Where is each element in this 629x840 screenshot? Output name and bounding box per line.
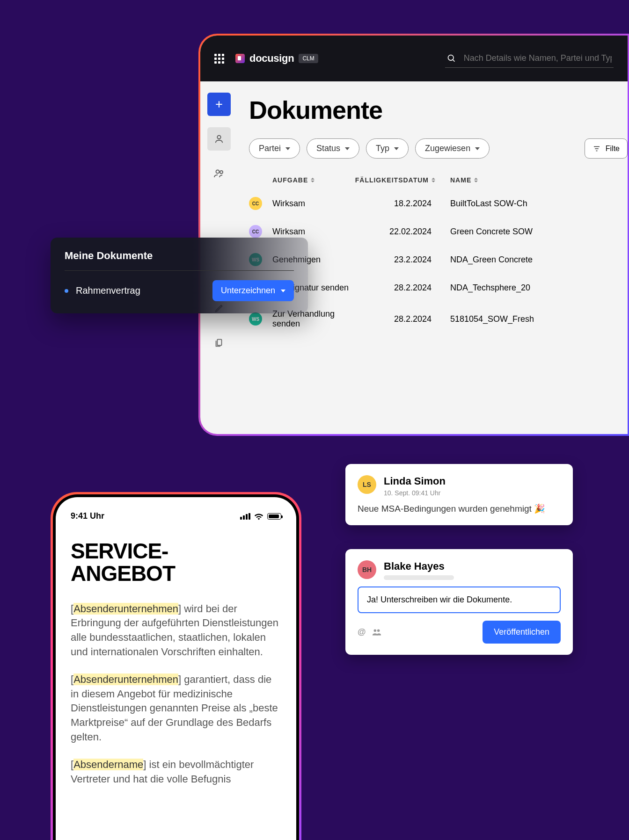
document-title: SERVICE-ANGEBOT	[71, 540, 281, 585]
people-icon[interactable]	[372, 627, 382, 637]
chevron-down-icon	[394, 147, 399, 150]
plus-icon	[214, 100, 224, 109]
field-highlight[interactable]: Absendername	[73, 759, 143, 770]
comment-body: Neue MSA-Bedingungen wurden genehmigt 🎉	[358, 503, 561, 514]
brand[interactable]: docusign CLM	[235, 52, 318, 65]
table-header: AUFGABE FÄLLIGKEITSDATUM NAME	[249, 171, 628, 189]
cell-name: Green Concrete SOW	[450, 227, 628, 237]
row-avatar: WS	[249, 312, 262, 326]
rail-docs[interactable]	[207, 331, 231, 355]
col-aufgabe[interactable]: AUFGABE	[272, 176, 361, 184]
commenter-name: Blake Hayes	[384, 560, 454, 572]
search-input[interactable]	[464, 53, 612, 63]
phone-screen: 9:41 Uhr SERVICE-ANGEBOT [Absenderuntern…	[56, 497, 296, 840]
filter-icon	[592, 145, 601, 153]
filter-typ[interactable]: Typ	[366, 138, 409, 159]
doc-row[interactable]: Rahmenvertrag Unterzeichnen	[65, 280, 294, 301]
sign-button[interactable]: Unterzeichnen	[212, 280, 294, 301]
comment-card-reply: BH Blake Hayes Ja! Unterschreiben wir di…	[345, 549, 573, 655]
search-icon	[447, 53, 456, 64]
filter-partei[interactable]: Partei	[249, 138, 300, 159]
page-title: Dokumente	[249, 95, 628, 124]
field-highlight[interactable]: Absenderunternehmen	[73, 673, 178, 685]
skeleton-line	[384, 575, 454, 580]
svg-point-0	[448, 55, 453, 60]
publish-button[interactable]: Veröffentlichen	[483, 621, 561, 644]
new-button[interactable]	[207, 93, 231, 116]
cell-date: 22.02.2024	[361, 227, 450, 237]
cell-date: 23.2.2024	[361, 255, 450, 265]
person-icon	[214, 134, 224, 144]
cell-aufgabe: Wirksam	[272, 199, 361, 209]
svg-point-11	[373, 629, 376, 632]
col-faellig[interactable]: FÄLLIGKEITSDATUM	[361, 176, 450, 184]
cell-name: NDA_Techsphere_20	[450, 283, 628, 293]
brand-logo-icon	[235, 54, 245, 63]
avatar: BH	[358, 560, 376, 579]
chevron-down-icon	[475, 147, 480, 150]
brand-text: docusign	[249, 52, 294, 65]
row-avatar: CC	[249, 225, 262, 238]
rail-person[interactable]	[207, 127, 231, 151]
cellular-icon	[240, 513, 250, 520]
svg-point-12	[377, 629, 380, 632]
filter-row: Partei Status Typ Zugewiesen Filte	[249, 138, 628, 159]
doc-label: Rahmenvertrag	[76, 285, 140, 296]
cell-name: BuiltToLast SOW-Ch	[450, 199, 628, 209]
svg-line-1	[453, 59, 454, 61]
my-documents-card: Meine Dokumente Rahmenvertrag Unterzeich…	[51, 238, 308, 313]
document-paragraph: [Absendername] ist ein bevollmächtigter …	[71, 758, 281, 787]
cell-date: 18.2.2024	[361, 199, 450, 209]
status-dot-icon	[65, 289, 68, 293]
sort-icon	[432, 178, 435, 182]
my-documents-title: Meine Dokumente	[65, 250, 294, 271]
chevron-down-icon	[281, 290, 285, 292]
phone-statusbar: 9:41 Uhr	[71, 511, 281, 521]
app-grid-icon[interactable]	[214, 54, 224, 64]
commenter-name: Linda Simon	[384, 475, 446, 487]
cell-date: 28.2.2024	[361, 283, 450, 293]
svg-point-4	[217, 136, 220, 139]
svg-point-5	[216, 170, 219, 174]
svg-point-6	[220, 171, 223, 174]
comment-card: LS Linda Simon 10. Sept. 09:41 Uhr Neue …	[345, 464, 573, 525]
document-paragraph: [Absenderunternehmen] garantiert, dass d…	[71, 673, 281, 745]
cell-name: NDA_Green Concrete	[450, 255, 628, 265]
comment-time: 10. Sept. 09:41 Uhr	[384, 489, 446, 497]
table-row[interactable]: CC Wirksam 18.2.2024 BuiltToLast SOW-Ch	[249, 189, 628, 217]
phone-frame: 9:41 Uhr SERVICE-ANGEBOT [Absenderuntern…	[51, 492, 301, 840]
wifi-icon	[254, 513, 263, 520]
cell-name: 5181054_SOW_Fresh	[450, 314, 628, 324]
cell-date: 28.2.2024	[361, 314, 450, 324]
clm-app-frame: docusign CLM	[198, 34, 629, 436]
search-field[interactable]	[445, 50, 614, 68]
field-highlight[interactable]: Absenderunternehmen	[73, 603, 178, 615]
brand-product-pill: CLM	[299, 54, 318, 63]
rail-people[interactable]	[207, 162, 231, 185]
comment-input[interactable]: Ja! Unterschreiben wir die Dokumente.	[358, 587, 561, 613]
sort-icon	[311, 178, 314, 182]
filter-button[interactable]: Filte	[585, 138, 628, 159]
filter-zugewiesen[interactable]: Zugewiesen	[415, 138, 490, 159]
chevron-down-icon	[345, 147, 350, 150]
avatar: LS	[358, 475, 376, 494]
svg-rect-7	[217, 340, 221, 346]
filter-status[interactable]: Status	[307, 138, 359, 159]
chevron-down-icon	[285, 147, 290, 150]
topbar: docusign CLM	[200, 36, 628, 81]
row-avatar: CC	[249, 197, 262, 210]
people-icon	[213, 168, 225, 179]
status-time: 9:41 Uhr	[71, 511, 104, 521]
battery-icon	[267, 513, 281, 520]
col-name[interactable]: NAME	[450, 176, 628, 184]
document-paragraph: [Absenderunternehmen] wird bei der Erbri…	[71, 602, 281, 659]
cell-aufgabe: Wirksam	[272, 227, 361, 237]
mention-icon[interactable]: @	[358, 627, 366, 637]
documents-icon	[214, 338, 224, 348]
sort-icon	[474, 178, 478, 182]
clm-app-window: docusign CLM	[200, 36, 628, 434]
